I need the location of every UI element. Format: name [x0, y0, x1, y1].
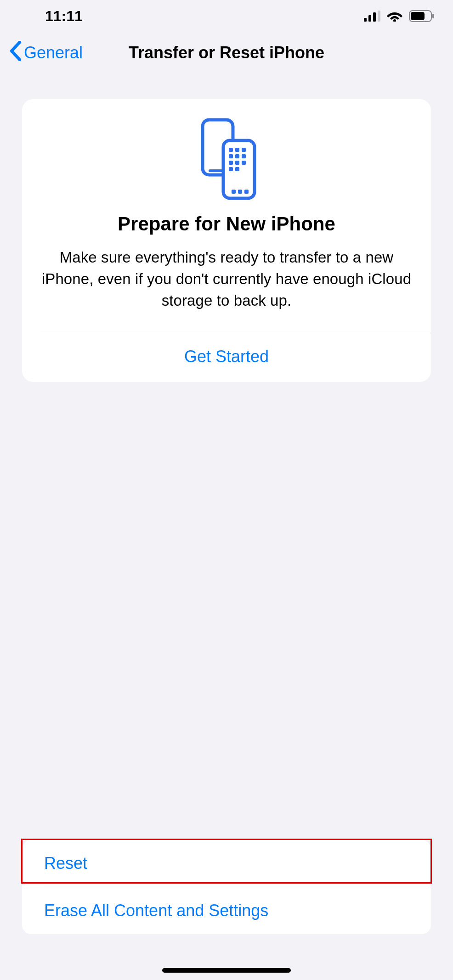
svg-rect-7 [432, 14, 434, 18]
status-time: 11:11 [45, 8, 83, 25]
svg-rect-22 [232, 190, 236, 194]
svg-rect-16 [242, 154, 246, 158]
svg-rect-2 [373, 12, 376, 22]
reset-button[interactable]: Reset [22, 840, 431, 887]
svg-rect-13 [242, 148, 246, 152]
back-button[interactable]: General [9, 41, 83, 65]
options-list: Reset Erase All Content and Settings [22, 840, 431, 934]
svg-rect-3 [378, 11, 380, 22]
svg-rect-24 [244, 190, 249, 194]
cellular-icon [364, 11, 380, 22]
prepare-title: Prepare for New iPhone [40, 213, 413, 235]
svg-rect-20 [229, 167, 233, 171]
wifi-icon [387, 11, 402, 22]
svg-rect-11 [229, 148, 233, 152]
navigation-bar: General Transfer or Reset iPhone [0, 32, 453, 73]
status-indicators [364, 10, 435, 22]
battery-icon [409, 10, 435, 22]
home-indicator [162, 968, 291, 973]
svg-rect-23 [238, 190, 242, 194]
svg-rect-21 [235, 167, 239, 171]
status-bar: 11:11 [0, 0, 453, 32]
prepare-description: Make sure everything's ready to transfer… [40, 247, 413, 312]
svg-rect-19 [242, 161, 246, 165]
svg-point-4 [393, 19, 396, 22]
svg-rect-15 [235, 154, 239, 158]
svg-rect-18 [235, 161, 239, 165]
erase-all-button[interactable]: Erase All Content and Settings [22, 887, 431, 934]
svg-rect-0 [364, 18, 367, 22]
chevron-left-icon [9, 41, 22, 65]
svg-rect-6 [411, 12, 425, 20]
prepare-card: Prepare for New iPhone Make sure everyth… [22, 99, 431, 382]
two-phones-icon [197, 118, 256, 200]
svg-rect-17 [229, 161, 233, 165]
svg-rect-14 [229, 154, 233, 158]
svg-rect-12 [235, 148, 239, 152]
page-title: Transfer or Reset iPhone [129, 43, 324, 62]
get-started-button[interactable]: Get Started [22, 333, 431, 382]
svg-rect-1 [368, 15, 371, 22]
back-label: General [24, 43, 83, 62]
